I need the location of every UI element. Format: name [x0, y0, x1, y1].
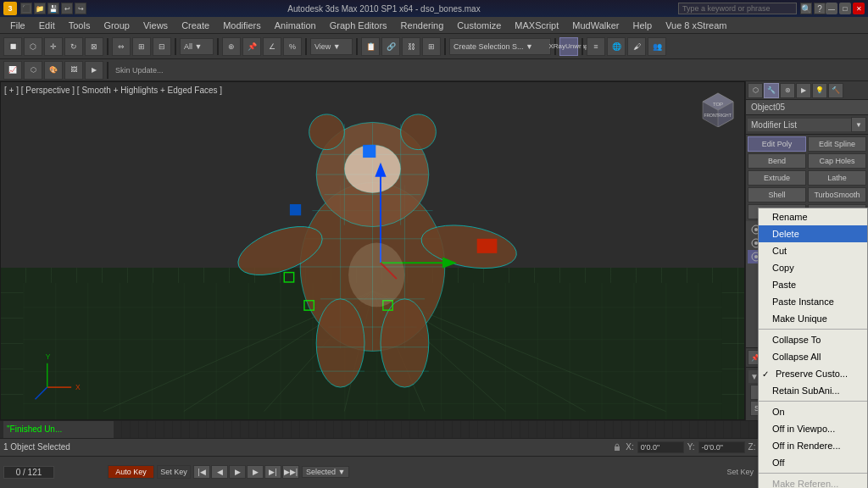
unlink-btn[interactable]: ⛓ [402, 37, 420, 56]
prev-key-btn[interactable]: |◀ [193, 465, 210, 479]
pivot-btn[interactable]: ⊕ [222, 37, 241, 56]
rotate-btn[interactable]: ↻ [64, 37, 83, 56]
menu-maxscript[interactable]: MAXScript [508, 19, 565, 32]
angle-snap-btn[interactable]: ∠ [263, 37, 281, 56]
close-button[interactable]: ✕ [853, 3, 865, 14]
help-btn[interactable]: ? [814, 3, 826, 14]
create-selection-dropdown[interactable]: Create Selection S... ▼ [449, 38, 551, 55]
ctx-off-render[interactable]: Off in Rendere... [759, 437, 867, 454]
populate-btn[interactable]: 👥 [648, 37, 666, 56]
layers-btn[interactable]: ≡ [587, 37, 605, 56]
play-btn[interactable]: ▶ [229, 465, 246, 479]
menu-tools[interactable]: Tools [62, 19, 97, 32]
shell-btn[interactable]: Shell [748, 187, 806, 202]
ctx-make-unique[interactable]: Make Unique [759, 310, 867, 327]
auto-key-btn[interactable]: Auto Key [108, 465, 154, 479]
array-btn[interactable]: ⊞ [132, 37, 151, 56]
xray-unwrap-btn[interactable]: XRayUnwrap [559, 37, 578, 56]
y-coord-input[interactable] [698, 441, 745, 453]
edit-poly-btn[interactable]: Edit Poly [748, 136, 806, 152]
quick-render-btn[interactable]: ▶ [85, 61, 103, 80]
menu-views[interactable]: Views [136, 19, 175, 32]
menu-help[interactable]: Help [626, 19, 659, 32]
menu-edit[interactable]: Edit [32, 19, 62, 32]
key-mode-dropdown[interactable]: Selected ▼ [302, 466, 349, 478]
redo-btn[interactable]: ↪ [75, 3, 86, 14]
hierarchy-panel-btn[interactable]: ⊛ [780, 83, 795, 98]
viewport[interactable]: [ + ] [ Perspective ] [ Smooth + Highlig… [0, 81, 745, 420]
lathe-btn[interactable]: Lathe [808, 170, 866, 186]
mirror-btn[interactable]: ⇔ [112, 37, 131, 56]
next-frame-btn[interactable]: ▶ [247, 465, 264, 479]
scene-explorer-btn[interactable]: 🌐 [607, 37, 626, 56]
bind-to-space-btn[interactable]: ⊞ [422, 37, 441, 56]
end-frame-btn[interactable]: ▶▶| [282, 465, 299, 479]
ctx-retain-subani[interactable]: Retain SubAni... [759, 382, 867, 399]
x-coord-input[interactable] [637, 441, 684, 453]
menu-group[interactable]: Group [97, 19, 136, 32]
open-btn[interactable]: 📁 [34, 3, 46, 14]
ctx-collapse-to[interactable]: Collapse To [759, 331, 867, 348]
menu-rendering[interactable]: Rendering [394, 19, 451, 32]
maximize-button[interactable]: □ [839, 3, 851, 14]
prev-frame-btn[interactable]: ◀ [211, 465, 228, 479]
ctx-paste[interactable]: Paste [759, 276, 867, 293]
ctx-off-viewport[interactable]: Off in Viewpo... [759, 420, 867, 437]
edit-spline-btn[interactable]: Edit Spline [808, 136, 866, 152]
menu-mudwalker[interactable]: MudWalker [565, 19, 626, 32]
modifier-list-expand[interactable]: ▼ [851, 117, 866, 132]
ctx-delete[interactable]: Delete [759, 225, 867, 242]
turbosmooth-btn[interactable]: TurboSmooth [808, 187, 866, 202]
motion-panel-btn[interactable]: ▶ [796, 83, 811, 98]
search-input[interactable] [678, 3, 797, 14]
ctx-make-reference[interactable]: Make Referen... [759, 475, 867, 488]
ctx-paste-instance[interactable]: Paste Instance [759, 293, 867, 310]
search-icon-btn[interactable]: 🔍 [800, 3, 812, 14]
view-dropdown[interactable]: View ▼ [310, 38, 353, 55]
minimize-button[interactable]: — [826, 3, 837, 14]
snap-btn[interactable]: 📌 [242, 37, 261, 56]
align-btn[interactable]: ⊟ [153, 37, 171, 56]
move-btn[interactable]: ✛ [44, 37, 63, 56]
render-scene-btn[interactable]: 🖼 [64, 61, 83, 80]
save-btn[interactable]: 💾 [47, 3, 59, 14]
scale-btn[interactable]: ⊠ [85, 37, 103, 56]
timeline-track[interactable] [114, 421, 865, 438]
graph-editors-btn[interactable]: 📈 [3, 61, 22, 80]
create-panel-btn[interactable]: ⬡ [748, 83, 763, 98]
select-object-btn[interactable]: 🔲 [3, 37, 22, 56]
material-editor-btn[interactable]: 🎨 [44, 61, 63, 80]
ctx-off[interactable]: Off [759, 454, 867, 471]
bend-btn[interactable]: Bend [748, 153, 806, 169]
ctx-collapse-all[interactable]: Collapse All [759, 348, 867, 365]
menu-file[interactable]: File [3, 19, 32, 32]
menu-modifiers[interactable]: Modifiers [216, 19, 268, 32]
new-btn[interactable]: ⬛ [20, 3, 32, 14]
reference-coord-dropdown[interactable]: All ▼ [180, 38, 214, 55]
extrude-btn[interactable]: Extrude [748, 170, 806, 186]
schematic-view-btn[interactable]: ⬡ [24, 61, 42, 80]
object-name-field[interactable]: Object05 [746, 100, 868, 115]
menu-create[interactable]: Create [175, 19, 216, 32]
menu-animation[interactable]: Animation [268, 19, 323, 32]
ctx-copy[interactable]: Copy [759, 259, 867, 276]
ctx-rename[interactable]: Rename [759, 208, 867, 225]
set-key-btn[interactable]: Set Key [157, 465, 191, 479]
frame-counter[interactable]: 0 / 121 [3, 466, 54, 479]
next-key-btn[interactable]: ▶| [264, 465, 281, 479]
ctx-on[interactable]: On [759, 403, 867, 420]
named-selection-btn[interactable]: 📋 [361, 37, 380, 56]
percent-snap-btn[interactable]: % [283, 37, 302, 56]
menu-graph-editors[interactable]: Graph Editors [323, 19, 394, 32]
display-panel-btn[interactable]: 💡 [812, 83, 827, 98]
utilities-panel-btn[interactable]: 🔨 [828, 83, 843, 98]
menu-customize[interactable]: Customize [450, 19, 508, 32]
menu-vue[interactable]: Vue 8 xStream [659, 19, 733, 32]
ctx-cut[interactable]: Cut [759, 242, 867, 259]
select-region-btn[interactable]: ⬡ [24, 37, 42, 56]
undo-btn[interactable]: ↩ [61, 3, 73, 14]
modifier-list-dropdown[interactable]: Modifier List [748, 119, 851, 131]
cap-holes-btn[interactable]: Cap Holes [808, 153, 866, 169]
link-btn[interactable]: 🔗 [381, 37, 400, 56]
object-paint-btn[interactable]: 🖌 [627, 37, 646, 56]
